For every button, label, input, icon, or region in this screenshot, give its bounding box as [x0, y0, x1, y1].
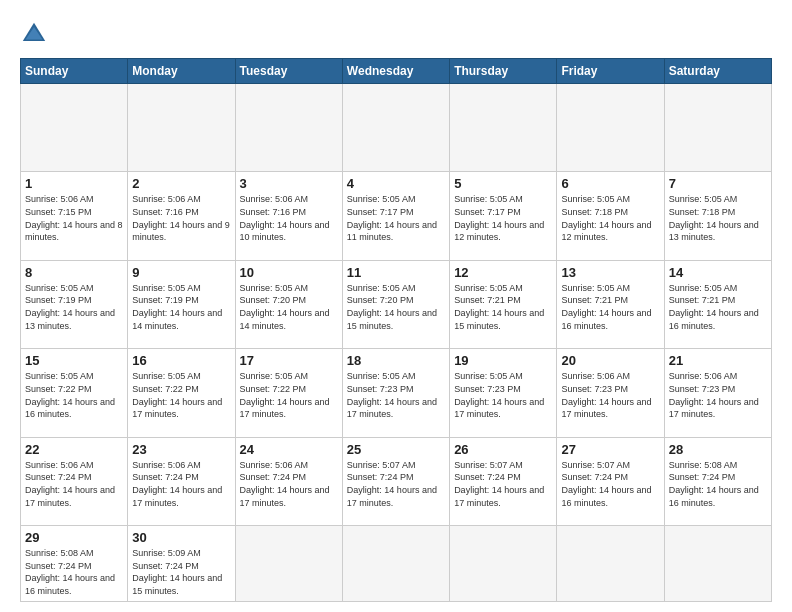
- day-number: 27: [561, 442, 659, 457]
- calendar-day-cell: 5Sunrise: 5:05 AMSunset: 7:17 PMDaylight…: [450, 172, 557, 260]
- calendar-day-cell: 30Sunrise: 5:09 AMSunset: 7:24 PMDayligh…: [128, 526, 235, 602]
- calendar-day-cell: [557, 526, 664, 602]
- day-info: Sunrise: 5:05 AMSunset: 7:21 PMDaylight:…: [669, 282, 767, 332]
- day-info: Sunrise: 5:06 AMSunset: 7:16 PMDaylight:…: [240, 193, 338, 243]
- calendar-day-cell: 8Sunrise: 5:05 AMSunset: 7:19 PMDaylight…: [21, 260, 128, 348]
- day-info: Sunrise: 5:06 AMSunset: 7:23 PMDaylight:…: [561, 370, 659, 420]
- calendar-day-cell: 17Sunrise: 5:05 AMSunset: 7:22 PMDayligh…: [235, 349, 342, 437]
- day-info: Sunrise: 5:06 AMSunset: 7:24 PMDaylight:…: [240, 459, 338, 509]
- day-info: Sunrise: 5:05 AMSunset: 7:19 PMDaylight:…: [25, 282, 123, 332]
- day-info: Sunrise: 5:05 AMSunset: 7:22 PMDaylight:…: [25, 370, 123, 420]
- day-info: Sunrise: 5:05 AMSunset: 7:21 PMDaylight:…: [561, 282, 659, 332]
- day-number: 3: [240, 176, 338, 191]
- day-info: Sunrise: 5:07 AMSunset: 7:24 PMDaylight:…: [561, 459, 659, 509]
- weekday-header-sunday: Sunday: [21, 59, 128, 84]
- calendar-day-cell: 27Sunrise: 5:07 AMSunset: 7:24 PMDayligh…: [557, 437, 664, 525]
- logo-icon: [20, 20, 48, 48]
- calendar-day-cell: 19Sunrise: 5:05 AMSunset: 7:23 PMDayligh…: [450, 349, 557, 437]
- calendar-day-cell: 26Sunrise: 5:07 AMSunset: 7:24 PMDayligh…: [450, 437, 557, 525]
- calendar-day-cell: [342, 84, 449, 172]
- day-info: Sunrise: 5:07 AMSunset: 7:24 PMDaylight:…: [347, 459, 445, 509]
- day-number: 12: [454, 265, 552, 280]
- calendar-week-row: [21, 84, 772, 172]
- calendar-week-row: 22Sunrise: 5:06 AMSunset: 7:24 PMDayligh…: [21, 437, 772, 525]
- calendar-day-cell: 18Sunrise: 5:05 AMSunset: 7:23 PMDayligh…: [342, 349, 449, 437]
- calendar-day-cell: 16Sunrise: 5:05 AMSunset: 7:22 PMDayligh…: [128, 349, 235, 437]
- calendar-day-cell: 24Sunrise: 5:06 AMSunset: 7:24 PMDayligh…: [235, 437, 342, 525]
- day-info: Sunrise: 5:05 AMSunset: 7:20 PMDaylight:…: [240, 282, 338, 332]
- day-info: Sunrise: 5:05 AMSunset: 7:17 PMDaylight:…: [454, 193, 552, 243]
- weekday-header-row: SundayMondayTuesdayWednesdayThursdayFrid…: [21, 59, 772, 84]
- day-number: 1: [25, 176, 123, 191]
- calendar: SundayMondayTuesdayWednesdayThursdayFrid…: [20, 58, 772, 602]
- calendar-day-cell: 20Sunrise: 5:06 AMSunset: 7:23 PMDayligh…: [557, 349, 664, 437]
- calendar-day-cell: 10Sunrise: 5:05 AMSunset: 7:20 PMDayligh…: [235, 260, 342, 348]
- calendar-day-cell: 1Sunrise: 5:06 AMSunset: 7:15 PMDaylight…: [21, 172, 128, 260]
- calendar-day-cell: 28Sunrise: 5:08 AMSunset: 7:24 PMDayligh…: [664, 437, 771, 525]
- calendar-day-cell: [21, 84, 128, 172]
- weekday-header-monday: Monday: [128, 59, 235, 84]
- day-number: 5: [454, 176, 552, 191]
- calendar-day-cell: 14Sunrise: 5:05 AMSunset: 7:21 PMDayligh…: [664, 260, 771, 348]
- calendar-day-cell: [235, 84, 342, 172]
- day-info: Sunrise: 5:08 AMSunset: 7:24 PMDaylight:…: [669, 459, 767, 509]
- day-number: 26: [454, 442, 552, 457]
- day-number: 30: [132, 530, 230, 545]
- weekday-header-thursday: Thursday: [450, 59, 557, 84]
- calendar-week-row: 15Sunrise: 5:05 AMSunset: 7:22 PMDayligh…: [21, 349, 772, 437]
- calendar-day-cell: 11Sunrise: 5:05 AMSunset: 7:20 PMDayligh…: [342, 260, 449, 348]
- day-number: 6: [561, 176, 659, 191]
- day-info: Sunrise: 5:05 AMSunset: 7:19 PMDaylight:…: [132, 282, 230, 332]
- weekday-header-tuesday: Tuesday: [235, 59, 342, 84]
- day-number: 11: [347, 265, 445, 280]
- calendar-day-cell: 21Sunrise: 5:06 AMSunset: 7:23 PMDayligh…: [664, 349, 771, 437]
- day-info: Sunrise: 5:06 AMSunset: 7:24 PMDaylight:…: [132, 459, 230, 509]
- day-info: Sunrise: 5:05 AMSunset: 7:22 PMDaylight:…: [132, 370, 230, 420]
- calendar-day-cell: [664, 84, 771, 172]
- calendar-day-cell: [557, 84, 664, 172]
- day-number: 7: [669, 176, 767, 191]
- day-number: 4: [347, 176, 445, 191]
- day-number: 24: [240, 442, 338, 457]
- day-info: Sunrise: 5:06 AMSunset: 7:16 PMDaylight:…: [132, 193, 230, 243]
- day-info: Sunrise: 5:05 AMSunset: 7:22 PMDaylight:…: [240, 370, 338, 420]
- calendar-day-cell: 4Sunrise: 5:05 AMSunset: 7:17 PMDaylight…: [342, 172, 449, 260]
- day-info: Sunrise: 5:05 AMSunset: 7:21 PMDaylight:…: [454, 282, 552, 332]
- calendar-day-cell: [664, 526, 771, 602]
- day-info: Sunrise: 5:07 AMSunset: 7:24 PMDaylight:…: [454, 459, 552, 509]
- day-number: 25: [347, 442, 445, 457]
- day-number: 29: [25, 530, 123, 545]
- calendar-day-cell: 7Sunrise: 5:05 AMSunset: 7:18 PMDaylight…: [664, 172, 771, 260]
- day-number: 18: [347, 353, 445, 368]
- day-info: Sunrise: 5:05 AMSunset: 7:17 PMDaylight:…: [347, 193, 445, 243]
- day-number: 22: [25, 442, 123, 457]
- day-number: 16: [132, 353, 230, 368]
- calendar-day-cell: 15Sunrise: 5:05 AMSunset: 7:22 PMDayligh…: [21, 349, 128, 437]
- day-number: 21: [669, 353, 767, 368]
- calendar-day-cell: 29Sunrise: 5:08 AMSunset: 7:24 PMDayligh…: [21, 526, 128, 602]
- weekday-header-wednesday: Wednesday: [342, 59, 449, 84]
- calendar-day-cell: [450, 526, 557, 602]
- weekday-header-friday: Friday: [557, 59, 664, 84]
- calendar-day-cell: [235, 526, 342, 602]
- day-info: Sunrise: 5:05 AMSunset: 7:20 PMDaylight:…: [347, 282, 445, 332]
- calendar-day-cell: [342, 526, 449, 602]
- calendar-week-row: 1Sunrise: 5:06 AMSunset: 7:15 PMDaylight…: [21, 172, 772, 260]
- day-number: 28: [669, 442, 767, 457]
- calendar-day-cell: 2Sunrise: 5:06 AMSunset: 7:16 PMDaylight…: [128, 172, 235, 260]
- day-info: Sunrise: 5:05 AMSunset: 7:23 PMDaylight:…: [454, 370, 552, 420]
- day-number: 17: [240, 353, 338, 368]
- day-info: Sunrise: 5:06 AMSunset: 7:15 PMDaylight:…: [25, 193, 123, 243]
- day-info: Sunrise: 5:06 AMSunset: 7:23 PMDaylight:…: [669, 370, 767, 420]
- calendar-day-cell: 3Sunrise: 5:06 AMSunset: 7:16 PMDaylight…: [235, 172, 342, 260]
- calendar-week-row: 8Sunrise: 5:05 AMSunset: 7:19 PMDaylight…: [21, 260, 772, 348]
- calendar-day-cell: 23Sunrise: 5:06 AMSunset: 7:24 PMDayligh…: [128, 437, 235, 525]
- day-number: 19: [454, 353, 552, 368]
- weekday-header-saturday: Saturday: [664, 59, 771, 84]
- calendar-day-cell: 12Sunrise: 5:05 AMSunset: 7:21 PMDayligh…: [450, 260, 557, 348]
- day-info: Sunrise: 5:06 AMSunset: 7:24 PMDaylight:…: [25, 459, 123, 509]
- day-number: 23: [132, 442, 230, 457]
- calendar-day-cell: 6Sunrise: 5:05 AMSunset: 7:18 PMDaylight…: [557, 172, 664, 260]
- day-number: 9: [132, 265, 230, 280]
- day-number: 2: [132, 176, 230, 191]
